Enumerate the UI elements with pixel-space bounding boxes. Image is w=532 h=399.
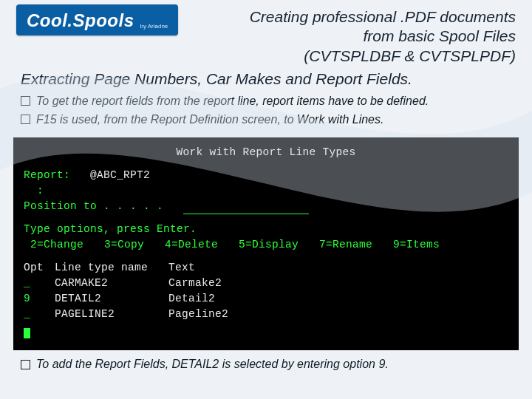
bullet-box-icon xyxy=(21,115,30,124)
table-row: 9 DETAIL2 Detail2 xyxy=(24,291,508,307)
bullet-box-icon xyxy=(21,96,30,106)
bullet-box-icon xyxy=(21,360,30,369)
bullet-list: To get the report fields from the report… xyxy=(0,88,532,135)
slide-title: Creating professional .PDF documents fro… xyxy=(250,4,516,66)
report-label: Report: xyxy=(24,169,70,181)
column-headers: Opt Line type name Text xyxy=(24,260,508,276)
report-value: @ABC_RPT2 xyxy=(90,169,150,181)
position-to-label: Position to . . . . . xyxy=(24,200,163,212)
opt-field[interactable]: 9 xyxy=(24,291,52,307)
cursor-icon xyxy=(24,328,30,338)
terminal-screen: Work with Report Line Types Report: @ABC… xyxy=(13,137,519,349)
opt-field[interactable]: _ xyxy=(24,276,52,291)
position-to-input[interactable] xyxy=(183,203,309,215)
option-legend: 2=Change 3=Copy 4=Delete 5=Display 7=Ren… xyxy=(24,237,508,253)
bullet-item: F15 is used, from the Report Definition … xyxy=(21,112,516,128)
table-row: _ CARMAKE2 Carmake2 xyxy=(24,276,508,291)
footer-bullet: To add the Report Fields, DETAIL2 is sel… xyxy=(0,355,532,371)
instructions: Type options, press Enter. xyxy=(24,222,508,237)
terminal-title: Work with Report Line Types xyxy=(24,145,508,160)
bullet-item: To get the report fields from the report… xyxy=(21,94,516,109)
table-row: _ PAGELINE2 Pageline2 xyxy=(24,307,508,322)
opt-field[interactable]: _ xyxy=(24,307,52,322)
brand-logo: Cool.Spools by Ariadne xyxy=(16,4,178,35)
slide-subtitle: Extracting Page Numbers, Car Makes and R… xyxy=(0,66,532,88)
